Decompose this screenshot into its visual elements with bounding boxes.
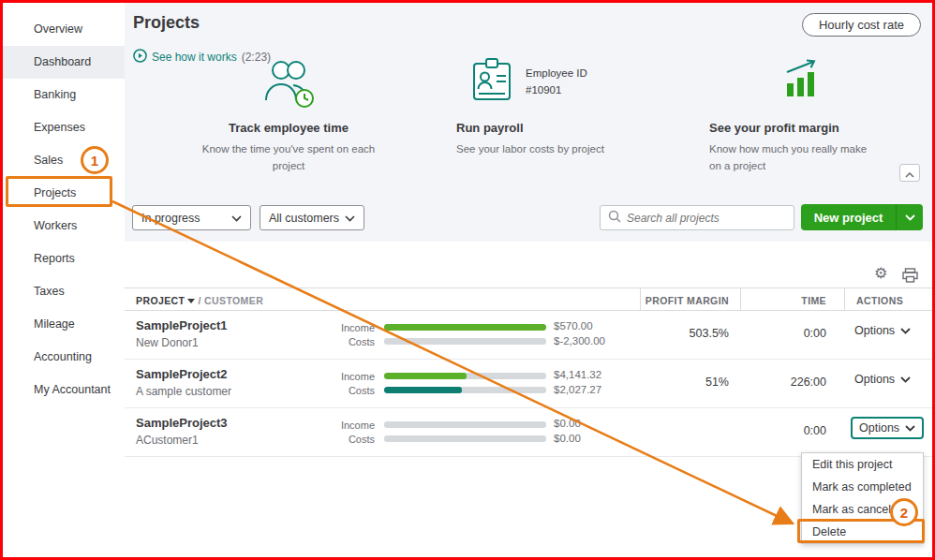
customer-header-label: / CUSTOMER xyxy=(198,295,263,306)
column-header-time: TIME xyxy=(742,295,826,306)
costs-bar xyxy=(384,338,546,345)
feature-profit-title: See your profit margin xyxy=(709,121,915,135)
costs-label: Costs xyxy=(312,434,375,445)
costs-value: $2,027.27 xyxy=(554,384,601,395)
new-project-dropdown-arrow[interactable] xyxy=(897,204,923,230)
income-label: Income xyxy=(312,371,375,382)
gear-icon[interactable]: ⚙ xyxy=(874,266,887,281)
time-value: 226:00 xyxy=(742,376,826,389)
chevron-down-icon xyxy=(345,212,355,225)
row-options-button[interactable]: Options xyxy=(854,373,911,386)
row-options-button[interactable]: Options xyxy=(854,324,911,337)
feature-track-time-desc: Know the time you've spent on each proje… xyxy=(197,141,380,175)
play-icon xyxy=(133,49,147,66)
status-filter-value: In progress xyxy=(141,212,200,225)
sidebar-item-workers[interactable]: Workers xyxy=(3,210,125,243)
new-project-label[interactable]: New project xyxy=(801,204,897,230)
costs-label: Costs xyxy=(312,336,375,347)
costs-bar xyxy=(384,387,546,393)
chevron-down-icon xyxy=(900,376,911,383)
customer-name: New Donor1 xyxy=(136,336,199,349)
main-content: Projects Hourly cost rate See how it wor… xyxy=(125,3,932,557)
page-title: Projects xyxy=(133,13,200,33)
feature-payroll-desc: See your labor costs by project xyxy=(456,141,667,158)
print-icon[interactable] xyxy=(902,268,918,287)
search-icon xyxy=(608,210,621,227)
income-value: $4,141.32 xyxy=(554,369,601,380)
table-row: SampleProject3 ACustomer1 Income Costs $… xyxy=(125,408,932,457)
income-label: Income xyxy=(312,322,375,333)
customer-filter-value: All customers xyxy=(269,212,339,225)
menu-item-edit-project[interactable]: Edit this project xyxy=(802,453,923,476)
sidebar-item-my-accountant[interactable]: My Accountant xyxy=(3,374,125,406)
status-filter-select[interactable]: In progress xyxy=(132,205,251,230)
time-value: 0:00 xyxy=(742,327,826,340)
table-header-row: PROJECT/ CUSTOMER PROFIT MARGIN TIME ACT… xyxy=(125,287,932,311)
chevron-down-icon xyxy=(905,425,915,432)
feature-payroll: Employee ID #10901 Run payroll See your … xyxy=(456,57,667,158)
sidebar-item-overview[interactable]: Overview xyxy=(3,13,125,46)
employee-id-value: #10901 xyxy=(526,81,587,98)
income-bar xyxy=(384,421,546,428)
income-label: Income xyxy=(312,420,375,431)
project-header-label: PROJECT xyxy=(136,295,185,306)
annotation-step-2: 2 xyxy=(890,498,918,526)
feature-profit-desc: Know how much you really make on a proje… xyxy=(709,141,873,175)
chevron-down-icon xyxy=(231,212,242,225)
options-label: Options xyxy=(859,421,899,435)
sidebar-item-accounting[interactable]: Accounting xyxy=(3,341,125,374)
project-name[interactable]: SampleProject1 xyxy=(136,318,228,332)
income-bar xyxy=(384,324,546,331)
chevron-down-icon xyxy=(900,328,911,334)
profit-margin-value: 503.5% xyxy=(631,327,729,340)
time-value: 0:00 xyxy=(742,424,826,437)
income-bar xyxy=(384,373,546,379)
column-header-project[interactable]: PROJECT/ CUSTOMER xyxy=(136,295,263,306)
project-name[interactable]: SampleProject3 xyxy=(136,416,228,430)
table-row: SampleProject2 A sample customer Income … xyxy=(125,360,932,408)
table-row: SampleProject1 New Donor1 Income Costs $… xyxy=(125,311,932,360)
income-value: $0.00 xyxy=(554,418,581,429)
costs-label: Costs xyxy=(312,385,375,396)
header-divider xyxy=(740,288,741,311)
employee-id-label: Employee ID xyxy=(526,65,587,81)
profit-chart-icon xyxy=(709,57,915,111)
costs-value: $0.00 xyxy=(554,433,581,444)
costs-value: $-2,300.00 xyxy=(554,335,605,346)
sidebar-item-dashboard[interactable]: Dashboard xyxy=(3,46,125,79)
sidebar-item-expenses[interactable]: Expenses xyxy=(3,111,125,144)
project-name[interactable]: SampleProject2 xyxy=(136,367,228,381)
sort-descending-icon xyxy=(187,299,195,303)
sidebar-item-taxes[interactable]: Taxes xyxy=(3,275,125,308)
column-header-actions: ACTIONS xyxy=(856,295,903,306)
feature-payroll-title: Run payroll xyxy=(456,121,667,135)
annotation-step-1: 1 xyxy=(81,146,109,174)
customer-name: A sample customer xyxy=(136,385,231,398)
options-label: Options xyxy=(854,324,895,337)
sidebar-item-banking[interactable]: Banking xyxy=(3,79,125,111)
new-project-button[interactable]: New project xyxy=(801,204,923,230)
customer-name: ACustomer1 xyxy=(136,434,199,447)
options-label: Options xyxy=(854,373,895,386)
feature-track-time-title: Track employee time xyxy=(176,121,401,135)
column-header-profit-margin: PROFIT MARGIN xyxy=(631,295,729,306)
costs-bar xyxy=(384,435,546,442)
row-options-button-open[interactable]: Options xyxy=(851,417,924,439)
project-search xyxy=(600,205,794,230)
menu-item-mark-completed[interactable]: Mark as completed xyxy=(802,476,923,498)
income-value: $570.00 xyxy=(554,320,593,332)
sidebar-item-mileage[interactable]: Mileage xyxy=(3,308,125,341)
feature-track-time: Track employee time Know the time you've… xyxy=(176,57,401,175)
search-input[interactable] xyxy=(627,212,786,225)
collapse-panel-button[interactable] xyxy=(899,164,920,182)
sidebar-item-reports[interactable]: Reports xyxy=(3,243,125,275)
sidebar: Overview Dashboard Banking Expenses Sale… xyxy=(3,3,125,557)
header-divider xyxy=(640,288,641,311)
hourly-cost-rate-button[interactable]: Hourly cost rate xyxy=(802,13,921,37)
header-divider xyxy=(844,288,845,311)
feature-profit: See your profit margin Know how much you… xyxy=(709,57,915,175)
profit-margin-value: 51% xyxy=(631,376,729,389)
app-window: Overview Dashboard Banking Expenses Sale… xyxy=(0,0,935,560)
customer-filter-select[interactable]: All customers xyxy=(260,205,364,230)
employee-time-icon xyxy=(176,57,401,111)
